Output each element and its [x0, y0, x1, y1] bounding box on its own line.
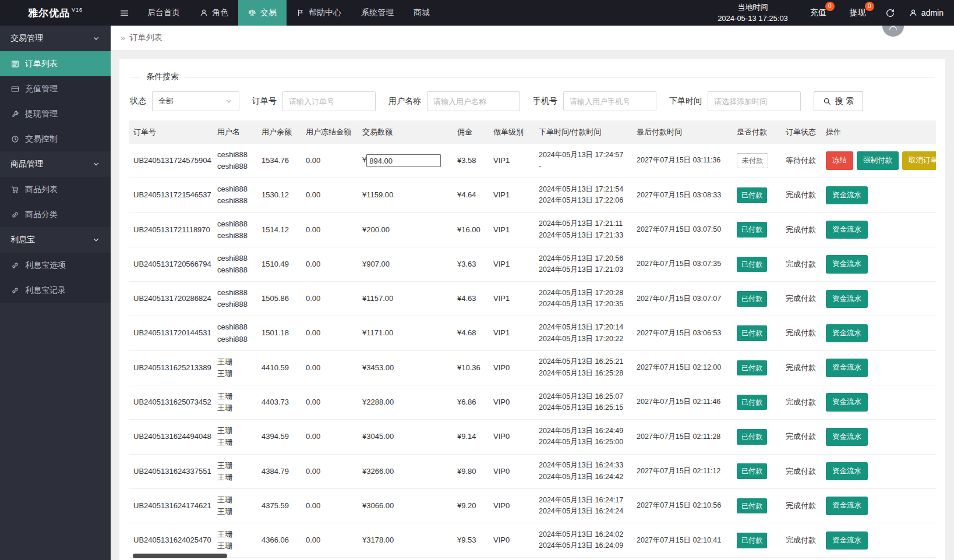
orders-card: 条件搜索 状态 全部 订单号 用户名称	[119, 59, 945, 560]
order-time-label: 下单时间	[669, 96, 702, 107]
order-row: UB2405131720144531ceshi888ceshi8881501.1…	[129, 316, 936, 350]
username-cell: 王珊王珊	[213, 420, 257, 454]
vip-level: VIP1	[489, 247, 534, 281]
nav-item-help-center[interactable]: 帮助中心	[287, 0, 351, 26]
nav-item-trade[interactable]: 交易	[238, 0, 287, 26]
order-no: UB2405131720286824	[129, 282, 213, 316]
pay-status-cell: 已付款	[732, 385, 781, 419]
fund-flow-button[interactable]: 资金流水	[826, 186, 868, 204]
fund-flow-button[interactable]: 资金流水	[826, 497, 868, 515]
user-name-input[interactable]	[427, 91, 520, 111]
sidebar-item-order-list[interactable]: 订单列表	[0, 51, 111, 76]
username: 王珊	[217, 356, 252, 368]
fund-flow-button[interactable]: 资金流水	[826, 359, 868, 377]
sidebar-item-goods-category[interactable]: 商品分类	[0, 202, 111, 227]
order-time-input[interactable]	[708, 91, 801, 111]
order-no: UB2405131624494048	[129, 420, 213, 454]
admin-menu[interactable]: admin	[903, 8, 954, 17]
amount-cell: ¥3266.00	[358, 454, 453, 488]
pay-time: 2024年05月13日 17:21:33	[539, 230, 627, 241]
sidebar-item-interest-options[interactable]: 利息宝选项	[0, 253, 111, 278]
username-cell: 王珊王珊	[213, 488, 257, 523]
sidebar-item-withdraw-management[interactable]: 提现管理	[0, 101, 111, 126]
username: ceshi888	[217, 253, 252, 264]
cancel-order-button[interactable]: 取消订单	[902, 151, 936, 169]
vip-level: VIP1	[489, 178, 534, 212]
username: ceshi888	[217, 321, 252, 333]
nav-item-mall[interactable]: 商城	[404, 0, 440, 26]
phone-input[interactable]	[563, 91, 656, 111]
user-balance: 4384.79	[257, 454, 301, 488]
nav-item-system[interactable]: 系统管理	[351, 0, 404, 26]
breadcrumb-icon: »	[121, 33, 125, 42]
actions-cell: 资金流水	[821, 523, 936, 558]
fund-flow-button[interactable]: 资金流水	[826, 428, 868, 446]
col-header: 用户名	[213, 120, 257, 144]
username: 王珊	[217, 529, 252, 540]
amount-cell: ¥907.00	[358, 247, 453, 281]
horizontal-scrollbar-thumb[interactable]	[133, 554, 227, 558]
order-no: UB2405131720144531	[129, 316, 213, 350]
nav-item-label: 交易	[260, 8, 277, 18]
order-no-filter: 订单号	[252, 91, 376, 111]
nav-item-home[interactable]: 后台首页	[137, 0, 190, 26]
username-cell: ceshi888ceshi888	[213, 247, 257, 281]
refresh-button[interactable]	[878, 0, 903, 26]
status-select[interactable]: 全部	[152, 91, 239, 111]
card-icon	[11, 85, 19, 93]
nickname: ceshi888	[217, 264, 252, 276]
fund-flow-button[interactable]: 资金流水	[826, 393, 868, 411]
frozen-amount: 0.00	[301, 488, 358, 523]
withdraw-stat[interactable]: 提现 0	[838, 0, 878, 26]
sidebar-item-goods-list[interactable]: 商品列表	[0, 177, 111, 202]
sidebar-item-interest-records[interactable]: 利息宝记录	[0, 278, 111, 303]
amount-cell: ¥3178.00	[358, 523, 453, 558]
col-header: 下单时间/付款时间	[534, 120, 632, 144]
pay-status-badge: 已付款	[737, 429, 767, 445]
search-button[interactable]: 搜 索	[814, 91, 863, 111]
breadcrumb: » 订单列表	[111, 26, 954, 50]
order-row: UB2405131721546537ceshi888ceshi8881530.1…	[129, 178, 936, 212]
sidebar-item-label: 利息宝选项	[25, 260, 66, 271]
commission: ¥9.20	[453, 488, 489, 523]
orders-table-wrap: 订单号用户名用户余额用户冻结金额交易数额佣金做单级别下单时间/付款时间最后付款时…	[129, 120, 936, 558]
force-pay-button[interactable]: 强制付款	[857, 151, 899, 169]
sidebar-group-interest-treasure[interactable]: 利息宝	[0, 227, 111, 253]
nav-item-roles[interactable]: 角色	[190, 0, 238, 26]
order-no-input[interactable]	[282, 91, 376, 111]
fund-flow-button[interactable]: 资金流水	[826, 290, 868, 308]
frozen-amount: 0.00	[301, 178, 358, 212]
admin-label: admin	[921, 8, 944, 17]
trade-amount: ¥3266.00	[362, 467, 394, 476]
amount-cell: ¥1157.00	[358, 282, 453, 316]
actions-cell: 资金流水	[821, 454, 936, 488]
order-status: 完成付款	[781, 454, 821, 488]
actions-cell: 冻结强制付款取消订单	[821, 144, 936, 178]
fund-flow-button[interactable]: 资金流水	[826, 255, 868, 273]
chevron-icon	[92, 236, 100, 244]
amount-cell: ¥2288.00	[358, 385, 453, 419]
app-logo: 雅尔优品 V16	[0, 0, 111, 26]
menu-toggle-icon[interactable]	[111, 0, 137, 26]
user-name-filter: 用户名称	[388, 91, 520, 111]
fund-flow-button[interactable]: 资金流水	[826, 221, 868, 239]
pay-status-cell: 已付款	[732, 282, 781, 316]
pay-time: 2024年05月13日 17:20:22	[539, 334, 627, 345]
recharge-stat[interactable]: 充值 0	[798, 0, 838, 26]
user-balance: 1501.18	[257, 316, 301, 350]
order-row: UB2405131624174621王珊王珊4375.590.00¥3066.0…	[129, 488, 936, 523]
pay-status-badge: 已付款	[737, 533, 767, 548]
amount-input[interactable]	[366, 154, 441, 167]
sidebar-group-goods-management[interactable]: 商品管理	[0, 151, 111, 177]
actions-cell: 资金流水	[821, 350, 936, 385]
last-pay-time: 2027年07月15日 02:11:28	[632, 420, 732, 454]
freeze-button[interactable]: 冻结	[826, 151, 853, 169]
fund-flow-button[interactable]: 资金流水	[826, 462, 868, 480]
fund-flow-button[interactable]: 资金流水	[826, 324, 868, 342]
order-pay-time-cell: 2024年05月13日 16:24:492024年05月13日 16:25:00	[534, 420, 632, 454]
sidebar-item-trade-control[interactable]: 交易控制	[0, 126, 111, 151]
sidebar-item-recharge-management[interactable]: 充值管理	[0, 76, 111, 101]
fund-flow-button[interactable]: 资金流水	[826, 531, 868, 550]
sidebar-group-trade-management[interactable]: 交易管理	[0, 26, 111, 51]
commission: ¥4.64	[453, 178, 489, 212]
